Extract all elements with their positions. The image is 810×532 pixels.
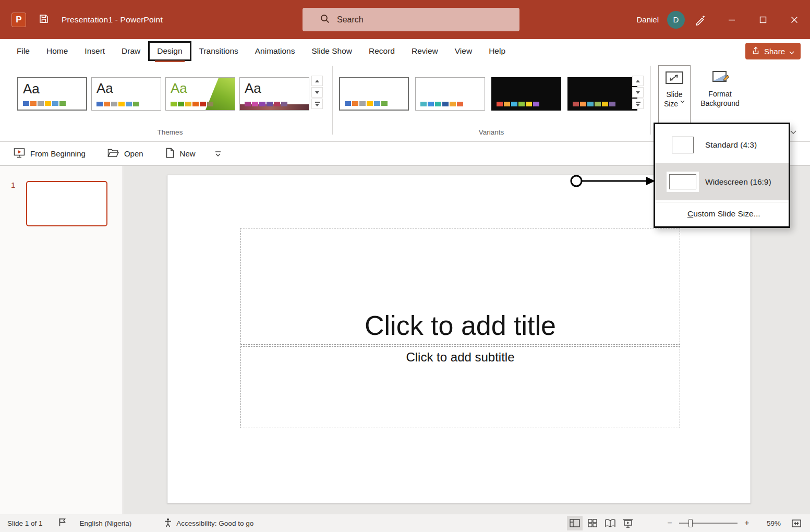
theme-sample-text: Aa [96, 80, 113, 96]
open-folder-icon [107, 148, 119, 159]
slide-1-thumbnail[interactable] [26, 181, 107, 226]
status-bar: Slide 1 of 1 English (Nigeria) Accessibi… [0, 514, 810, 532]
search-icon [320, 14, 330, 26]
presenter-pen-icon[interactable] [685, 0, 716, 39]
theme-office-2[interactable]: Aa [91, 77, 161, 111]
reading-view-button[interactable] [602, 516, 618, 530]
variants-scroll-down-icon[interactable] [632, 87, 644, 98]
tab-slide-show[interactable]: Slide Show [303, 42, 360, 61]
custom-slide-size-accelerator: C [687, 209, 693, 219]
variant-1-selected[interactable] [339, 77, 409, 111]
slide-number: 1 [11, 180, 15, 189]
user-avatar[interactable]: D [667, 11, 685, 29]
slide-size-button[interactable]: Slide Size [658, 65, 691, 124]
from-beginning-button[interactable]: From Beginning [14, 148, 86, 160]
proofing-flag-icon[interactable] [58, 518, 66, 528]
new-button[interactable]: New [165, 148, 196, 160]
variants-gallery [339, 77, 637, 111]
tab-draw[interactable]: Draw [113, 42, 149, 61]
search-placeholder: Search [337, 15, 364, 25]
theme-office-selected[interactable]: Aa [17, 77, 87, 111]
tab-insert[interactable]: Insert [76, 42, 113, 61]
slide-size-menu: Standard (4:3) Widescreen (16:9) Custom … [654, 123, 790, 228]
from-beginning-label: From Beginning [30, 149, 86, 158]
customize-quick-actions-icon[interactable] [214, 151, 222, 157]
themes-gallery: Aa Aa Aa Aa [17, 77, 309, 111]
standard-ratio-icon [672, 137, 694, 153]
theme-sample-text: Aa [23, 81, 40, 97]
menu-item-standard-4-3[interactable]: Standard (4:3) [655, 126, 789, 163]
zoom-slider[interactable] [679, 523, 738, 524]
chevron-down-icon [680, 100, 685, 103]
slide-counter[interactable]: Slide 1 of 1 [7, 519, 43, 527]
document-title: Presentation1 - PowerPoint [62, 15, 163, 25]
collapse-ribbon-icon[interactable] [790, 127, 796, 137]
variant-swatches [573, 102, 615, 106]
user-name: Daniel [636, 15, 659, 24]
open-button[interactable]: Open [107, 148, 143, 159]
tab-record[interactable]: Record [360, 42, 403, 61]
slideshow-view-button[interactable] [620, 516, 636, 530]
variant-3[interactable] [491, 77, 561, 111]
variant-2[interactable] [415, 77, 485, 111]
menu-item-custom-slide-size[interactable]: Custom Slide Size... [655, 204, 789, 224]
title-placeholder[interactable]: Click to add title [240, 228, 680, 345]
search-input[interactable]: Search [303, 8, 519, 31]
powerpoint-logo-icon: P [11, 13, 26, 27]
variants-group-label: Variants [339, 128, 644, 136]
format-background-label-2: Background [700, 99, 740, 108]
custom-slide-size-label: ustom Slide Size... [693, 209, 760, 219]
title-bar: P Presentation1 - PowerPoint Search Dani… [0, 0, 810, 39]
save-icon[interactable] [39, 14, 49, 26]
variant-swatches [345, 101, 388, 106]
new-document-icon [165, 148, 175, 160]
subtitle-placeholder[interactable]: Click to add subtitle [240, 346, 680, 428]
accessibility-label: Accessibility: Good to go [176, 519, 253, 527]
themes-scroll-controls [311, 76, 323, 109]
normal-view-button[interactable] [567, 516, 583, 530]
theme-facet[interactable]: Aa [165, 77, 235, 111]
theme-sample-text: Aa [171, 80, 187, 96]
theme-swatches [171, 102, 213, 106]
widescreen-label: Widescreen (16:9) [705, 177, 771, 187]
format-background-button[interactable]: Format Background [695, 65, 745, 124]
theme-ion[interactable]: Aa [239, 77, 309, 111]
variants-scroll-up-icon[interactable] [632, 76, 644, 86]
maximize-button[interactable] [747, 0, 779, 39]
zoom-level[interactable]: 59% [760, 519, 781, 527]
tab-help[interactable]: Help [480, 42, 514, 61]
language-status[interactable]: English (Nigeria) [80, 519, 132, 527]
tab-home[interactable]: Home [38, 42, 76, 61]
tab-transitions[interactable]: Transitions [191, 42, 247, 61]
variants-more-icon[interactable] [632, 99, 644, 109]
themes-scroll-up-icon[interactable] [311, 76, 323, 86]
open-label: Open [124, 149, 143, 158]
from-beginning-icon [14, 148, 25, 160]
menu-item-widescreen-16-9[interactable]: Widescreen (16:9) [655, 163, 789, 200]
tab-file[interactable]: File [8, 42, 38, 61]
tab-view[interactable]: View [446, 42, 480, 61]
tab-design[interactable]: Design [149, 42, 190, 61]
zoom-slider-thumb[interactable] [688, 519, 693, 527]
themes-scroll-down-icon[interactable] [311, 87, 323, 98]
share-label: Share [764, 47, 785, 56]
fit-slide-to-window-icon[interactable] [789, 516, 804, 530]
minimize-button[interactable] [716, 0, 747, 39]
share-button[interactable]: Share [745, 43, 801, 59]
theme-sample-text: Aa [245, 80, 261, 96]
tab-animations[interactable]: Animations [247, 42, 304, 61]
themes-more-icon[interactable] [311, 99, 323, 109]
close-button[interactable] [779, 0, 810, 39]
ribbon-tab-bar: File Home Insert Draw Design Transitions… [0, 39, 810, 63]
variant-4[interactable] [567, 77, 637, 111]
slide-size-label-1: Slide [666, 90, 682, 99]
share-chevron-icon [789, 47, 794, 56]
zoom-out-button[interactable]: − [665, 518, 674, 528]
accessibility-status[interactable]: Accessibility: Good to go [164, 518, 253, 529]
slide-sorter-view-button[interactable] [585, 516, 600, 530]
format-background-icon [711, 69, 729, 85]
annotation-arrow [570, 173, 657, 189]
theme-swatches [23, 101, 66, 106]
tab-review[interactable]: Review [403, 42, 446, 61]
zoom-in-button[interactable]: + [742, 518, 752, 528]
